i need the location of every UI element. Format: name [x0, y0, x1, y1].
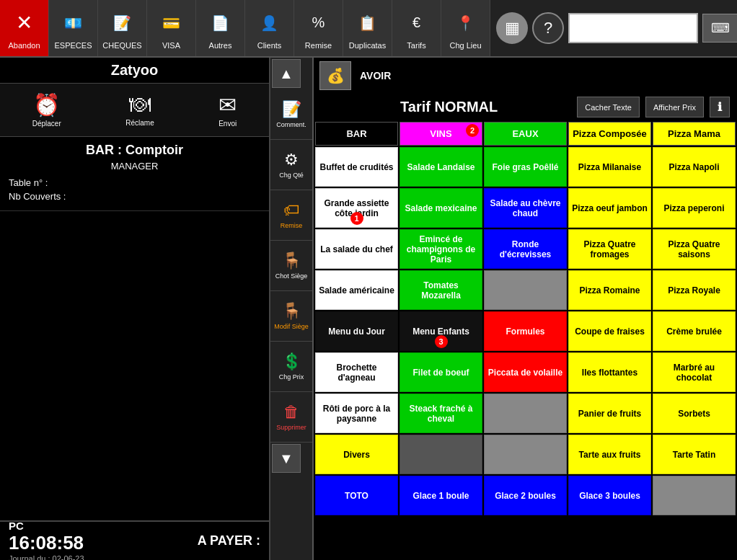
chg-lieu-button[interactable]: 📍 Chg Lieu	[441, 0, 490, 56]
supprimer-icon: 🗑	[283, 403, 299, 422]
avoir-icon-button[interactable]: 💰	[319, 61, 351, 90]
menu-cell[interactable]: Buffet de crudités	[315, 147, 398, 187]
modif-siege-button[interactable]: 🪑 Modif Siège	[270, 291, 312, 342]
remise-button[interactable]: % Remise	[294, 0, 343, 56]
deplacer-button[interactable]: ⏰ Déplacer	[30, 89, 64, 130]
clients-icon: 👤	[254, 7, 286, 39]
abandon-button[interactable]: ✕ Abandon	[0, 0, 49, 56]
supprimer-button[interactable]: 🗑 Supprimer	[270, 392, 312, 443]
menu-cell[interactable]: Brochette d'agneau	[315, 352, 398, 392]
menu-cell[interactable]: Glace 1 boule	[400, 476, 482, 515]
scroll-up-button[interactable]: ▲	[272, 59, 301, 88]
menu-cell[interactable]: Emincé de champignons de Paris	[400, 229, 482, 269]
menu-cell[interactable]: Marbré au chocolat	[653, 352, 736, 392]
chg-lieu-label: Chg Lieu	[449, 41, 481, 50]
menu-cell[interactable]: Pizza Romaine	[568, 270, 651, 310]
menu-cell[interactable]: Glace 3 boules	[568, 476, 651, 515]
col-header-eaux[interactable]: EAUX	[484, 122, 567, 146]
menu-cell[interactable]: Menu du Jour	[315, 311, 398, 351]
menu-cell[interactable]: Divers	[315, 435, 398, 474]
app-title: Zatyoo	[0, 58, 269, 84]
menu-cell[interactable]: Tarte aux fruits	[568, 435, 651, 474]
duplicatas-icon: 📋	[352, 7, 384, 39]
nb-couverts-label: Nb Couverts :	[9, 191, 260, 202]
menu-cell[interactable]: Ronde d'écrevisses	[484, 229, 567, 269]
duplicatas-label: Duplicatas	[349, 41, 386, 50]
col-header-vins[interactable]: VINS 2	[400, 122, 482, 146]
menu-cell[interactable]: Tomates Mozarella	[400, 270, 482, 310]
duplicatas-button[interactable]: 📋 Duplicatas	[343, 0, 392, 56]
menu-cell[interactable]: Coupe de fraises	[568, 311, 651, 351]
menu-cell[interactable]: Pizza Napoli	[653, 147, 736, 187]
clients-button[interactable]: 👤 Clients	[245, 0, 294, 56]
especes-button[interactable]: 💶 ESPECES	[49, 0, 98, 56]
help-icon[interactable]: ?	[532, 12, 564, 44]
menu-cell[interactable]: Salade mexicaine	[400, 188, 482, 228]
menu-cell[interactable]	[653, 476, 736, 515]
menu-cell[interactable]: Salade Landaise	[400, 147, 482, 187]
menu-cell[interactable]: Panier de fruits	[568, 394, 651, 433]
menu-cell[interactable]: Crème brulée	[653, 311, 736, 351]
menu-cell[interactable]: Glace 2 boules	[484, 476, 567, 515]
menu-cell[interactable]: Salade américaine	[315, 270, 398, 310]
tarifs-label: Tarifs	[407, 41, 425, 50]
autres-label: Autres	[209, 41, 232, 50]
especes-label: ESPECES	[55, 41, 92, 50]
afficher-prix-button[interactable]: Afficher Prix	[645, 97, 704, 117]
menu-cell[interactable]: TOTO	[315, 476, 398, 515]
visa-button[interactable]: 💳 VISA	[147, 0, 196, 56]
menu-cell[interactable]: Pizza Royale	[653, 270, 736, 310]
modif-siege-icon: 🪑	[282, 302, 301, 321]
menu-cell[interactable]: Formules	[484, 311, 567, 351]
chg-prix-button[interactable]: 💲 Chg Prix	[270, 342, 312, 392]
visa-icon: 💳	[156, 7, 187, 39]
menu-cell[interactable]: Piccata de volaille	[484, 352, 567, 392]
col-header-pizza-mama[interactable]: Pizza Mama	[653, 122, 736, 146]
tarifs-icon: €	[401, 7, 433, 39]
chg-qte-button[interactable]: ⚙ Chg Qté	[270, 140, 312, 190]
menu-cell[interactable]	[400, 435, 482, 474]
cheques-button[interactable]: 📝 CHEQUES	[98, 0, 147, 56]
keyboard-button[interactable]: ⌨	[702, 14, 737, 43]
menu-cell[interactable]: Salade au chèvre chaud	[484, 188, 567, 228]
visa-label: VISA	[162, 41, 180, 50]
menu-cell[interactable]: Pizza Quatre saisons	[653, 229, 736, 269]
menu-cell[interactable]	[484, 394, 567, 433]
menu-cell[interactable]: Pizza Quatre fromages	[568, 229, 651, 269]
tarifs-button[interactable]: € Tarifs	[392, 0, 441, 56]
col-headers: BAR VINS 2 EAUX Pizza Composée Pizza Mam…	[315, 122, 736, 146]
menu-cell[interactable]: Steack fraché à cheval	[400, 394, 482, 433]
comment-button[interactable]: 📝 Comment.	[270, 89, 312, 140]
scroll-down-button[interactable]: ▼	[272, 444, 301, 473]
menu-cell[interactable]: Grande assiette côte jardin1	[315, 188, 398, 228]
menu-cell[interactable]: Iles flottantes	[568, 352, 651, 392]
autres-button[interactable]: 📄 Autres	[196, 0, 245, 56]
menu-cell[interactable]: Menu Enfants3	[400, 311, 482, 351]
menu-cell[interactable]: Pizza peperoni	[653, 188, 736, 228]
menu-cell[interactable]: Pizza oeuf jambon	[568, 188, 651, 228]
chot-siege-button[interactable]: 🪑 Chot Siège	[270, 241, 312, 291]
search-input[interactable]	[568, 13, 698, 43]
qr-icon[interactable]: ▦	[496, 12, 528, 44]
reclame-button[interactable]: 🍽 Réclame	[123, 89, 156, 130]
menu-cell[interactable]: La salade du chef	[315, 229, 398, 269]
col-header-pizza-composee[interactable]: Pizza Composée	[568, 122, 651, 146]
envoi-button[interactable]: ✉ Envoi	[216, 89, 239, 130]
remise-side-button[interactable]: 🏷 Remise	[270, 190, 312, 241]
menu-cell[interactable]: Tarte Tatin	[653, 435, 736, 474]
clients-label: Clients	[257, 41, 282, 50]
menu-cell[interactable]: Foie gras Poêllé	[484, 147, 567, 187]
cacher-texte-button[interactable]: Cacher Texte	[577, 97, 640, 117]
menu-cell[interactable]: Rôti de porc à la paysanne	[315, 394, 398, 433]
menu-cell[interactable]: Sorbets	[653, 394, 736, 433]
menu-cell[interactable]	[484, 270, 567, 310]
menu-cell[interactable]: Filet de boeuf	[400, 352, 482, 392]
abandon-icon: ✕	[9, 7, 40, 39]
menu-cell[interactable]	[484, 435, 567, 474]
pc-label: PC	[9, 520, 84, 532]
menu-cell[interactable]: Pizza Milanaise	[568, 147, 651, 187]
cheques-icon: 📝	[107, 7, 138, 39]
col-header-bar[interactable]: BAR	[315, 122, 398, 146]
info-button[interactable]: ℹ	[710, 97, 730, 117]
remise-label: Remise	[305, 41, 332, 50]
